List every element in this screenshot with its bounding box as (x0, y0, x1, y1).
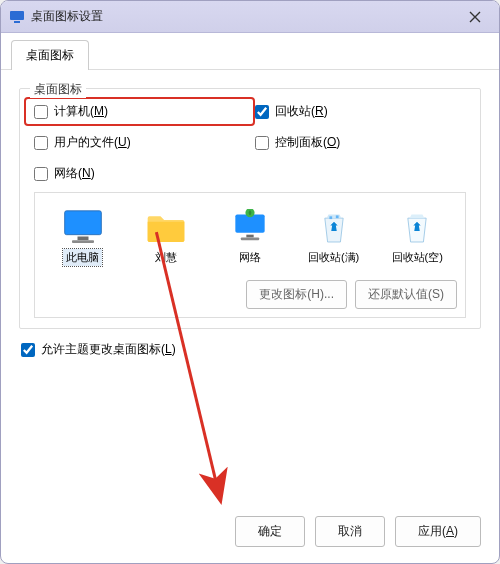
icon-item-recycle-full[interactable]: 回收站(满) (294, 205, 374, 270)
monitor-icon (61, 209, 105, 245)
cancel-button[interactable]: 取消 (315, 516, 385, 547)
dialog-window: 桌面图标设置 桌面图标 桌面图标 计算机(M) 回收站(R) (0, 0, 500, 564)
icon-item-recycle-empty[interactable]: 回收站(空) (377, 205, 457, 270)
checkbox-recycle-input[interactable] (255, 105, 269, 119)
folder-icon (144, 209, 188, 245)
svg-rect-8 (241, 237, 259, 240)
restore-default-button[interactable]: 还原默认值(S) (355, 280, 457, 309)
svg-rect-2 (64, 211, 101, 235)
ok-button[interactable]: 确定 (235, 516, 305, 547)
content-area: 桌面图标 计算机(M) 回收站(R) 用户的文件(U) (1, 70, 499, 504)
icon-item-this-pc[interactable]: 此电脑 (43, 205, 123, 270)
checkbox-network-label: 网络(N) (54, 165, 95, 182)
svg-rect-11 (335, 215, 338, 218)
titlebar: 桌面图标设置 (1, 1, 499, 33)
svg-rect-7 (246, 234, 253, 237)
svg-rect-5 (72, 240, 94, 243)
svg-rect-6 (235, 214, 264, 232)
footer-buttons: 确定 取消 应用(A) (1, 504, 499, 563)
checkbox-network-input[interactable] (34, 167, 48, 181)
svg-rect-1 (14, 21, 20, 23)
svg-rect-4 (77, 236, 88, 240)
tab-strip: 桌面图标 (1, 33, 499, 70)
svg-rect-0 (10, 11, 24, 20)
svg-rect-10 (329, 216, 332, 219)
checkbox-userfiles-input[interactable] (34, 136, 48, 150)
app-icon (9, 9, 25, 25)
checkbox-computer[interactable]: 计算机(M) (34, 103, 245, 120)
close-button[interactable] (459, 3, 491, 31)
checkbox-control-panel[interactable]: 控制面板(O) (255, 134, 466, 151)
window-title: 桌面图标设置 (31, 8, 103, 25)
desktop-icons-group: 桌面图标 计算机(M) 回收站(R) 用户的文件(U) (19, 88, 481, 329)
checkbox-allow-themes-input[interactable] (21, 343, 35, 357)
checkbox-recycle-label: 回收站(R) (275, 103, 328, 120)
tab-desktop-icons[interactable]: 桌面图标 (11, 40, 89, 70)
network-icon (228, 209, 272, 245)
recycle-empty-icon (395, 209, 439, 245)
checkbox-computer-input[interactable] (34, 105, 48, 119)
icon-item-user-folder[interactable]: 刘慧 (127, 205, 207, 270)
group-title: 桌面图标 (30, 81, 86, 98)
checkbox-allow-themes[interactable]: 允许主题更改桌面图标(L) (19, 329, 481, 370)
checkbox-cpanel-label: 控制面板(O) (275, 134, 340, 151)
apply-button[interactable]: 应用(A) (395, 516, 481, 547)
checkbox-network[interactable]: 网络(N) (34, 165, 245, 182)
icon-item-network[interactable]: 网络 (210, 205, 290, 270)
checkbox-computer-label: 计算机(M) (54, 103, 108, 120)
checkbox-allow-themes-label: 允许主题更改桌面图标(L) (41, 341, 176, 358)
checkbox-cpanel-input[interactable] (255, 136, 269, 150)
recycle-full-icon (312, 209, 356, 245)
checkbox-userfiles-label: 用户的文件(U) (54, 134, 131, 151)
checkbox-recycle-bin[interactable]: 回收站(R) (255, 103, 466, 120)
icon-preview-panel: 此电脑 刘慧 网络 (34, 192, 466, 318)
highlight-computer: 计算机(M) (24, 97, 255, 126)
change-icon-button[interactable]: 更改图标(H)... (246, 280, 347, 309)
checkbox-user-files[interactable]: 用户的文件(U) (34, 134, 245, 151)
